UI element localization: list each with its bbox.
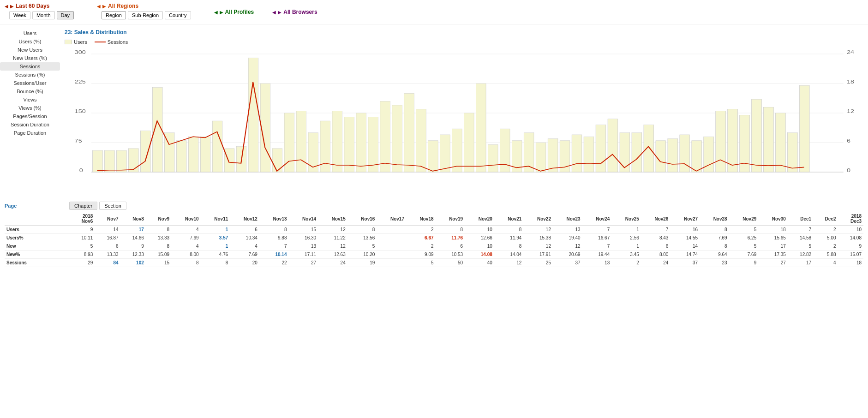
svg-text:225: 225 (75, 79, 86, 85)
svg-rect-38 (368, 117, 378, 172)
svg-text:0: 0 (847, 168, 850, 173)
cell: 37 (553, 259, 582, 267)
cell: 23 (700, 259, 729, 267)
chapter-tab[interactable]: Chapter (69, 202, 97, 210)
sidebar-views[interactable]: Views (0, 96, 60, 104)
cell: 7.69 (700, 234, 729, 242)
cell: 12 (523, 226, 553, 234)
week-btn[interactable]: Week (9, 11, 30, 19)
cell: 20 (230, 259, 259, 267)
svg-rect-16 (105, 150, 115, 172)
browsers-prev[interactable]: ◀ (272, 10, 276, 15)
period-prev[interactable]: ◀ (5, 4, 8, 9)
svg-text:0: 0 (79, 168, 83, 173)
col-header-nov30: Nov30 (758, 212, 788, 226)
cell: 4 (171, 242, 201, 251)
cell: 17 (758, 242, 788, 251)
cell: 10.20 (347, 251, 377, 259)
legend-users-label: Users (74, 39, 87, 45)
period-next[interactable]: ▶ (10, 4, 14, 9)
region-btn[interactable]: Region (102, 11, 126, 19)
sidebar-new-users-pct[interactable]: New Users (%) (0, 54, 60, 62)
cell: 24 (318, 259, 347, 267)
cell: 16 (670, 226, 700, 234)
cell: 4 (813, 259, 838, 267)
svg-rect-74 (800, 85, 810, 172)
col-header-nov26: Nov26 (641, 212, 670, 226)
profiles-next[interactable]: ▶ (220, 10, 223, 15)
cell: 8 (494, 242, 524, 251)
svg-text:300: 300 (75, 50, 86, 55)
country-btn[interactable]: Country (165, 11, 191, 19)
sidebar-sessions-user[interactable]: Sessions/User (0, 79, 60, 87)
cell: 9.88 (259, 234, 289, 242)
cell: 8 (259, 226, 289, 234)
svg-rect-56 (584, 137, 594, 172)
svg-text:75: 75 (75, 138, 82, 144)
cell: 12 (494, 259, 524, 267)
cell: 16.87 (95, 234, 120, 242)
svg-rect-53 (548, 138, 558, 172)
subregion-btn[interactable]: Sub-Region (128, 11, 163, 19)
region-next[interactable]: ▶ (102, 4, 106, 9)
sidebar-new-users[interactable]: New Users (0, 46, 60, 54)
table-header-row: Page Chapter Section (5, 199, 863, 212)
browsers-next[interactable]: ▶ (278, 10, 281, 15)
svg-rect-30 (272, 149, 282, 172)
svg-rect-26 (224, 149, 234, 172)
sidebar-pages-session[interactable]: Pages/Session (0, 112, 60, 120)
sidebar-views-pct[interactable]: Views (%) (0, 104, 60, 112)
svg-rect-72 (776, 113, 786, 172)
sidebar-session-duration[interactable]: Session Duration (0, 120, 60, 129)
col-header-nov15: Nov15 (318, 212, 347, 226)
region-prev[interactable]: ◀ (97, 4, 101, 9)
sidebar-users[interactable]: Users (0, 29, 60, 37)
period-nav: ◀ ▶ Last 60 Days (5, 3, 78, 9)
cell: 3.45 (611, 251, 641, 259)
svg-rect-40 (392, 105, 402, 172)
svg-rect-73 (788, 133, 798, 172)
svg-rect-67 (716, 111, 726, 172)
region-label: All Regions (108, 3, 138, 9)
cell: 10.53 (436, 251, 465, 259)
cell: 9 (69, 226, 95, 234)
col-header-nov8: Nov8 (120, 212, 146, 226)
cell: 12 (523, 242, 553, 251)
cell: 7 (788, 226, 813, 234)
cell: 14.74 (670, 251, 700, 259)
cell: 20.69 (553, 251, 582, 259)
cell: 14 (95, 226, 120, 234)
filter-buttons: Region Sub-Region Country (97, 9, 195, 21)
sidebar-sessions[interactable]: Sessions (0, 62, 60, 71)
svg-rect-71 (764, 107, 774, 172)
col-header-nov20: Nov20 (465, 212, 494, 226)
col-header-nov13: Nov13 (259, 212, 289, 226)
chart-svg: 300 225 150 75 0 24 18 12 6 0 (65, 47, 863, 194)
legend-bar-users (65, 40, 72, 44)
cell (377, 251, 406, 259)
cell: 84 (95, 259, 120, 267)
period-buttons: Week Month Day (5, 9, 78, 21)
profiles-prev[interactable]: ◀ (214, 10, 218, 15)
sidebar-users-pct[interactable]: Users (%) (0, 37, 60, 46)
sidebar-bounce-pct[interactable]: Bounce (%) (0, 87, 60, 96)
month-btn[interactable]: Month (32, 11, 55, 19)
cell: 5.00 (813, 234, 838, 242)
svg-rect-46 (464, 113, 474, 172)
cell: 7 (641, 226, 670, 234)
svg-rect-59 (620, 133, 630, 172)
svg-rect-61 (644, 125, 654, 172)
cell: 4.76 (201, 251, 230, 259)
day-btn[interactable]: Day (57, 11, 74, 19)
cell: 14.58 (788, 234, 813, 242)
cell: 7 (582, 226, 612, 234)
legend-sessions-label: Sessions (108, 39, 128, 45)
cell: 13.56 (347, 234, 377, 242)
sidebar-sessions-pct[interactable]: Sessions (%) (0, 71, 60, 79)
cell: 17.11 (289, 251, 318, 259)
sidebar-page-duration[interactable]: Page Duration (0, 129, 60, 137)
section-tab[interactable]: Section (99, 202, 126, 210)
row-label-new: New (5, 242, 69, 251)
svg-rect-35 (332, 111, 342, 172)
cell: 8 (171, 259, 201, 267)
